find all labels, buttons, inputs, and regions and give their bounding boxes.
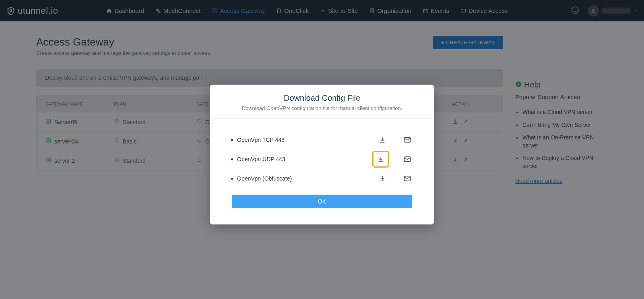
download-config-button[interactable]: [374, 152, 388, 166]
modal-title: Download Config File: [218, 93, 426, 103]
download-config-button[interactable]: [377, 173, 388, 184]
email-config-button[interactable]: [402, 134, 413, 145]
ok-button[interactable]: OK: [232, 195, 412, 208]
bullet-icon: [231, 139, 233, 141]
bullet-icon: [231, 158, 233, 160]
config-row: OpenVpn (Obfuscate): [231, 170, 413, 187]
download-config-modal: Download Config File Download OpenVPN co…: [210, 85, 434, 224]
email-config-button[interactable]: [402, 154, 413, 165]
email-config-button[interactable]: [402, 173, 413, 184]
bullet-icon: [231, 178, 233, 180]
download-config-button[interactable]: [377, 134, 388, 145]
config-row: OpenVpn TCP 443: [231, 131, 413, 149]
modal-overlay[interactable]: Download Config File Download OpenVPN co…: [0, 0, 644, 299]
config-row: OpenVpn UDP 443: [231, 149, 413, 170]
modal-subtitle: Download OpenVPN configuration file for …: [218, 105, 426, 111]
